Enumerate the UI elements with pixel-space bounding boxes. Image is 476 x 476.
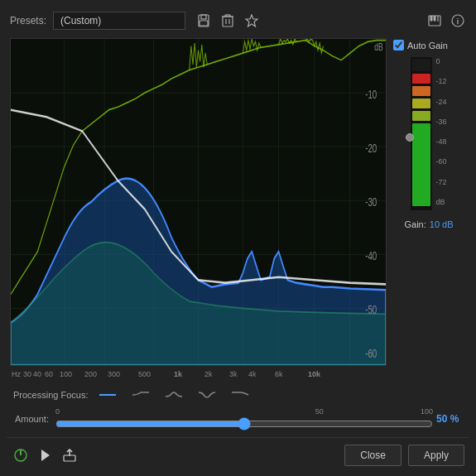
info-button[interactable]: i — [450, 12, 466, 29]
play-icon — [40, 449, 51, 462]
meter-24db: -24 — [435, 98, 446, 106]
bell-icon — [164, 389, 184, 401]
export-button[interactable] — [61, 447, 78, 464]
footer-right: Close Apply — [344, 445, 464, 466]
svg-text:4k: 4k — [248, 370, 257, 378]
amount-slider-wrapper: 0 50 100 50 % — [55, 407, 463, 430]
svg-text:Hz: Hz — [12, 370, 21, 378]
highcut-icon — [230, 389, 250, 401]
svg-marker-10 — [246, 15, 257, 26]
lowcut-icon — [131, 389, 151, 401]
meter-36db: -36 — [435, 118, 446, 126]
footer-left — [12, 446, 78, 464]
presets-select[interactable]: (Custom) — [53, 12, 185, 30]
processing-focus-row: Processing Focus: — [13, 387, 463, 402]
midi-button[interactable] — [426, 13, 443, 28]
focus-highcut-button[interactable] — [227, 387, 253, 402]
svg-text:10k: 10k — [308, 370, 321, 378]
focus-lowcut-button[interactable] — [127, 387, 154, 402]
presets-label: Presets: — [10, 15, 46, 26]
favorite-button[interactable] — [243, 12, 260, 29]
amount-value: 50 % — [436, 413, 463, 425]
freq-axis: Hz 30 40 60 100 200 300 500 1k 2k 3k 4k … — [10, 366, 387, 381]
auto-gain-checkbox[interactable] — [393, 40, 404, 50]
star-icon — [245, 14, 258, 27]
notch-icon — [197, 389, 217, 401]
level-meter — [411, 57, 432, 210]
svg-text:dB: dB — [374, 41, 383, 52]
eq-canvas: -10 -20 -30 -40 -50 -60 dB — [11, 39, 386, 365]
play-button[interactable] — [38, 447, 53, 464]
meter-db-label: dB — [435, 198, 446, 206]
flat-icon — [98, 389, 118, 401]
power-button[interactable] — [12, 446, 30, 464]
amount-label: Amount: — [15, 414, 49, 424]
main-area: -10 -20 -30 -40 -50 -60 dB Hz 30 40 6 — [7, 35, 469, 384]
svg-marker-64 — [41, 450, 50, 461]
svg-rect-65 — [64, 455, 75, 461]
header-right: i — [426, 12, 466, 29]
controls-section: Processing Focus: — [7, 384, 469, 434]
svg-rect-16 — [434, 16, 436, 21]
svg-rect-59 — [412, 74, 430, 84]
auto-gain-row: Auto Gain — [393, 40, 448, 50]
svg-text:-20: -20 — [365, 141, 377, 156]
svg-text:6k: 6k — [275, 370, 283, 378]
meter-container: 0 -12 -24 -36 -48 -60 -72 dB — [411, 57, 446, 213]
svg-rect-58 — [412, 86, 430, 96]
slider-tick-row: 0 50 100 — [55, 407, 433, 416]
svg-rect-60 — [412, 59, 430, 71]
svg-text:100: 100 — [60, 370, 72, 378]
right-panel: Auto Gain — [392, 38, 466, 381]
slider-container: 0 50 100 — [55, 407, 433, 430]
midi-icon — [428, 15, 441, 26]
svg-rect-2 — [200, 21, 208, 26]
svg-text:-60: -60 — [365, 346, 377, 361]
power-icon — [13, 448, 28, 463]
slider-mid-label: 50 — [315, 407, 324, 416]
svg-text:-10: -10 — [365, 87, 377, 102]
meter-60db: -60 — [435, 157, 446, 166]
eq-graph[interactable]: -10 -20 -30 -40 -50 -60 dB — [10, 38, 387, 366]
header-row: Presets: (Custom) — [7, 7, 469, 35]
app-container: Presets: (Custom) — [0, 0, 476, 476]
save-icon — [197, 14, 210, 27]
amount-row: Amount: 0 50 100 50 % — [13, 407, 463, 430]
svg-text:200: 200 — [84, 370, 97, 378]
svg-text:-40: -40 — [365, 248, 377, 263]
meter-0db: 0 — [435, 57, 446, 65]
svg-rect-55 — [412, 123, 430, 206]
svg-text:3k: 3k — [229, 370, 238, 378]
meter-72db: -72 — [435, 178, 446, 186]
svg-rect-57 — [412, 99, 430, 108]
svg-text:60: 60 — [45, 370, 53, 378]
svg-rect-56 — [412, 111, 430, 121]
svg-text:1k: 1k — [174, 370, 183, 378]
save-preset-button[interactable] — [195, 12, 212, 29]
header-icons — [195, 12, 260, 29]
svg-text:2k: 2k — [204, 370, 213, 378]
info-icon: i — [451, 14, 464, 27]
meter-scale: 0 -12 -24 -36 -48 -60 -72 dB — [435, 57, 446, 206]
gain-row: Gain: 10 dB — [404, 219, 453, 229]
delete-preset-button[interactable] — [220, 12, 235, 29]
focus-bell-button[interactable] — [161, 387, 187, 402]
export-icon — [63, 449, 76, 462]
delete-icon — [222, 14, 233, 27]
processing-focus-label: Processing Focus: — [13, 390, 88, 400]
apply-button[interactable]: Apply — [408, 445, 464, 466]
focus-flat-button[interactable] — [94, 387, 121, 402]
amount-slider[interactable] — [55, 417, 433, 430]
focus-notch-button[interactable] — [194, 387, 220, 402]
svg-text:i: i — [457, 17, 459, 26]
footer-row: Close Apply — [7, 437, 469, 469]
slider-min-label: 0 — [55, 407, 60, 416]
gain-label: Gain: — [404, 219, 426, 229]
auto-gain-label: Auto Gain — [407, 41, 448, 50]
slider-max-label: 100 — [421, 407, 433, 416]
meter-12db: -12 — [435, 77, 446, 85]
gain-value: 10 dB — [430, 219, 454, 229]
close-button[interactable]: Close — [344, 445, 401, 466]
eq-graph-container: -10 -20 -30 -40 -50 -60 dB Hz 30 40 6 — [10, 38, 387, 381]
svg-text:500: 500 — [138, 370, 151, 378]
